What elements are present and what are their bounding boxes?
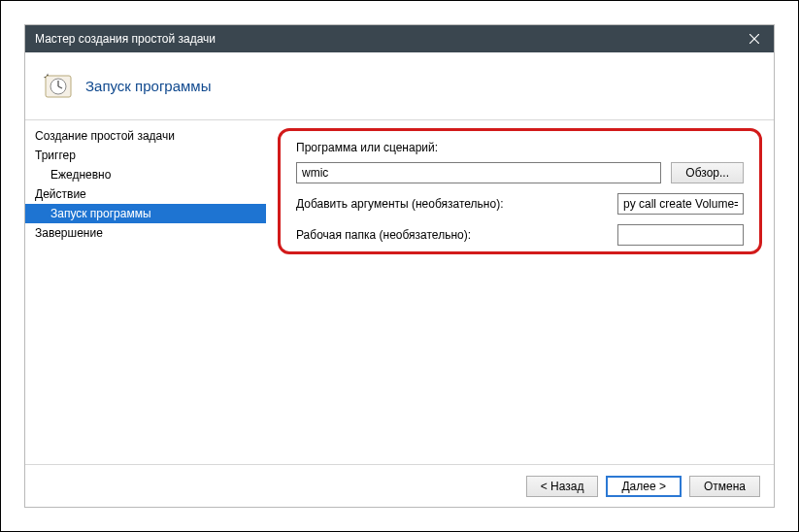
arguments-input[interactable] — [617, 193, 744, 215]
page-title: Запуск программы — [85, 78, 211, 94]
close-icon — [749, 34, 759, 44]
browse-button[interactable]: Обзор... — [671, 162, 744, 183]
highlight-box: Программа или сценарий: Обзор... Добавит… — [278, 128, 762, 254]
program-input[interactable] — [296, 162, 661, 183]
wizard-footer: < Назад Далее > Отмена — [25, 464, 774, 507]
arguments-label: Добавить аргументы (необязательно): — [296, 197, 617, 211]
workdir-input[interactable] — [617, 224, 744, 246]
wizard-body: Создание простой задачи Триггер Ежедневн… — [25, 120, 774, 464]
dialog-frame: Мастер создания простой задачи ✦ Запуск … — [24, 24, 775, 508]
next-button[interactable]: Далее > — [606, 476, 682, 497]
workdir-label: Рабочая папка (необязательно): — [296, 228, 617, 242]
program-row: Обзор... — [296, 162, 744, 183]
program-label-row: Программа или сценарий: — [296, 141, 744, 154]
wizard-content: Программа или сценарий: Обзор... Добавит… — [266, 120, 774, 464]
sidebar-item-trigger[interactable]: Триггер — [25, 146, 266, 165]
clock-icon — [43, 71, 74, 102]
sidebar-item-create-task[interactable]: Создание простой задачи — [25, 126, 266, 146]
close-button[interactable] — [735, 25, 774, 52]
workdir-row: Рабочая папка (необязательно): — [296, 224, 744, 246]
wizard-sidebar: Создание простой задачи Триггер Ежедневн… — [25, 120, 266, 464]
wizard-icon: ✦ — [43, 71, 74, 102]
sidebar-item-action[interactable]: Действие — [25, 184, 266, 204]
back-button[interactable]: < Назад — [526, 476, 599, 497]
program-label: Программа или сценарий: — [296, 141, 438, 154]
wizard-header: ✦ Запуск программы — [25, 52, 774, 120]
sidebar-item-daily[interactable]: Ежедневно — [25, 165, 266, 184]
arguments-row: Добавить аргументы (необязательно): — [296, 193, 744, 215]
cancel-button[interactable]: Отмена — [689, 476, 760, 497]
titlebar: Мастер создания простой задачи — [25, 25, 774, 52]
window-title: Мастер создания простой задачи — [35, 32, 735, 46]
sidebar-item-finish[interactable]: Завершение — [25, 223, 266, 243]
window: Мастер создания простой задачи ✦ Запуск … — [0, 0, 799, 532]
sidebar-item-start-program[interactable]: Запуск программы — [25, 204, 266, 223]
